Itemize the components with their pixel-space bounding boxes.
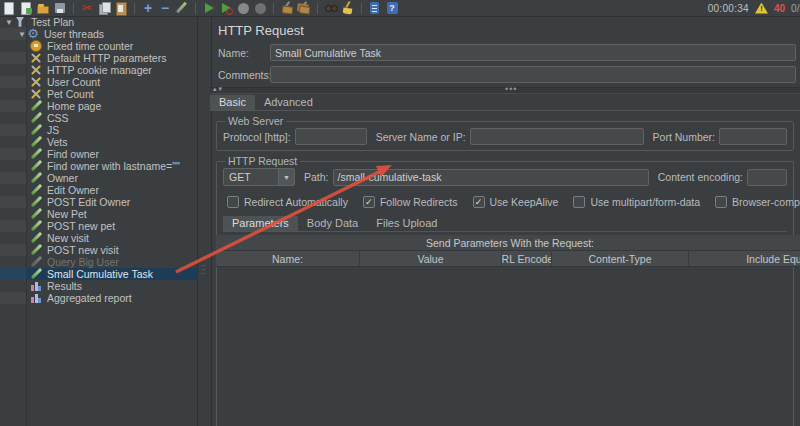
tree-item-owner[interactable]: Owner	[0, 172, 197, 184]
sampler-icon	[30, 256, 42, 268]
error-count[interactable]: 40	[774, 3, 785, 14]
tree-item-css[interactable]: CSS	[0, 112, 197, 124]
sampler-icon	[30, 244, 42, 256]
start-icon[interactable]	[202, 1, 216, 15]
tree-item-post-edit-owner[interactable]: POST Edit Owner	[0, 196, 197, 208]
server-input[interactable]	[470, 128, 644, 145]
tree-item-fixed-time-counter[interactable]: Fixed time counter	[0, 40, 197, 52]
warning-icon[interactable]: !	[755, 3, 768, 14]
tree-item-user-threads[interactable]: ▼User threads	[0, 28, 197, 40]
reset-search-icon[interactable]	[341, 1, 355, 15]
port-input[interactable]	[719, 128, 787, 145]
browser-compatible-headers-checkbox[interactable]: Browser-compatible headers	[715, 196, 800, 208]
tree-item-find-owner-with-lastname[interactable]: Find owner with lastname=""	[0, 160, 197, 172]
tree-item-aggregated-report[interactable]: Aggregated report	[0, 292, 197, 304]
save-icon[interactable]	[53, 1, 67, 15]
paste-icon[interactable]	[114, 1, 128, 15]
subtab-files-upload[interactable]: Files Upload	[367, 216, 446, 231]
tree-item-label: Find owner	[47, 148, 99, 160]
tree-item-find-owner[interactable]: Find owner	[0, 148, 197, 160]
toolbar-separator	[73, 3, 74, 14]
tree-item-label: Aggregated report	[47, 292, 132, 304]
chevron-down-icon[interactable]: ▼	[278, 169, 294, 185]
method-select[interactable]: GET ▼	[223, 168, 295, 186]
tree-item-label: Find owner with lastname=""	[47, 160, 180, 172]
subtab-parameters[interactable]: Parameters	[223, 216, 298, 231]
comments-input[interactable]	[270, 66, 796, 83]
test-plan-tree: ▼Test Plan▼User threadsFixed time counte…	[0, 16, 197, 426]
checkbox-checked-icon: ✓	[473, 196, 485, 208]
follow-redirects-checkbox[interactable]: ✓Follow Redirects	[363, 196, 458, 208]
open-icon[interactable]	[36, 1, 50, 15]
tree-item-user-count[interactable]: User Count	[0, 76, 197, 88]
content-encoding-input[interactable]	[747, 169, 787, 186]
sampler-icon	[30, 148, 42, 160]
sampler-icon	[30, 124, 42, 136]
use-keepalive-checkbox[interactable]: ✓Use KeepAlive	[473, 196, 559, 208]
config-icon	[30, 52, 42, 64]
tree-item-home-page[interactable]: Home page	[0, 100, 197, 112]
collapse-splitter[interactable]: ▴▾ •••	[210, 87, 800, 94]
method-value: GET	[224, 171, 278, 183]
tree-item-http-cookie-manager[interactable]: HTTP cookie manager	[0, 64, 197, 76]
tree-item-small-cumulative-task[interactable]: Small Cumulative Task	[0, 268, 197, 280]
start-no-pauses-icon[interactable]	[219, 1, 233, 15]
new-icon[interactable]	[2, 1, 16, 15]
path-input[interactable]: /small-cumulative-task	[333, 169, 649, 186]
sampler-icon	[30, 100, 42, 112]
expander-icon[interactable]: ▼	[17, 30, 27, 39]
copy-icon[interactable]	[97, 1, 111, 15]
redirect-automatically-checkbox[interactable]: Redirect Automatically	[227, 196, 348, 208]
tree-item-post-new-visit[interactable]: POST new visit	[0, 244, 197, 256]
tree-item-label: Edit Owner	[47, 184, 99, 196]
protocol-label: Protocol [http]:	[223, 131, 291, 143]
sampler-icon	[30, 268, 42, 280]
subtab-body-data[interactable]: Body Data	[298, 216, 367, 231]
use-multipart-form-data-checkbox[interactable]: Use multipart/form-data	[573, 196, 700, 208]
toolbar-separator	[134, 3, 135, 14]
name-input[interactable]: Small Cumulative Task	[270, 44, 796, 61]
divider-grip-icon: ······	[201, 264, 206, 276]
toolbar-icon-group	[2, 1, 399, 15]
collapse-all-icon[interactable]	[158, 1, 172, 15]
status-cluster: 00:00:34 ! 40 0/5	[708, 3, 800, 14]
expand-all-icon[interactable]	[141, 1, 155, 15]
toggle-icon[interactable]	[175, 1, 189, 15]
tree-item-js[interactable]: JS	[0, 124, 197, 136]
tree-item-pet-count[interactable]: Pet Count	[0, 88, 197, 100]
tree-item-post-new-pet[interactable]: POST new pet	[0, 220, 197, 232]
web-server-legend: Web Server	[225, 115, 286, 127]
expander-icon[interactable]: ▼	[4, 18, 14, 27]
tree-item-new-pet[interactable]: New Pet	[0, 208, 197, 220]
clear-icon[interactable]	[280, 1, 294, 15]
tree-item-query-big-user[interactable]: Query Big User	[0, 256, 197, 268]
tree-item-results[interactable]: Results	[0, 280, 197, 292]
checkbox-label: Browser-compatible headers	[732, 196, 800, 208]
web-server-group: Web Server Protocol [http]: Server Name …	[216, 121, 794, 151]
comments-label: Comments:	[218, 69, 270, 81]
protocol-input[interactable]	[295, 128, 367, 145]
splitter-handle-icon: •••	[505, 84, 517, 94]
shutdown-icon[interactable]	[253, 1, 267, 15]
tree-item-edit-owner[interactable]: Edit Owner	[0, 184, 197, 196]
search-icon[interactable]	[324, 1, 338, 15]
collapse-expand-icons[interactable]: ▴▾	[213, 85, 224, 93]
config-icon	[30, 64, 42, 76]
tab-basic[interactable]: Basic	[210, 95, 255, 110]
tree-item-label: Home page	[47, 100, 101, 112]
tree-item-label: Fixed time counter	[47, 40, 133, 52]
stop-icon[interactable]	[236, 1, 250, 15]
tab-advanced[interactable]: Advanced	[255, 95, 322, 110]
cut-icon[interactable]	[80, 1, 94, 15]
function-helper-icon[interactable]	[368, 1, 382, 15]
clear-all-icon[interactable]	[297, 1, 311, 15]
templates-icon[interactable]	[19, 1, 33, 15]
tree-item-label: Vets	[47, 136, 67, 148]
help-icon[interactable]	[385, 1, 399, 15]
tree-item-vets[interactable]: Vets	[0, 136, 197, 148]
tree-item-new-visit[interactable]: New visit	[0, 232, 197, 244]
tree-item-label: Owner	[47, 172, 78, 184]
chart-icon	[30, 280, 42, 292]
tree-item-default-http-parameters[interactable]: Default HTTP parameters	[0, 52, 197, 64]
config-icon	[30, 88, 42, 100]
